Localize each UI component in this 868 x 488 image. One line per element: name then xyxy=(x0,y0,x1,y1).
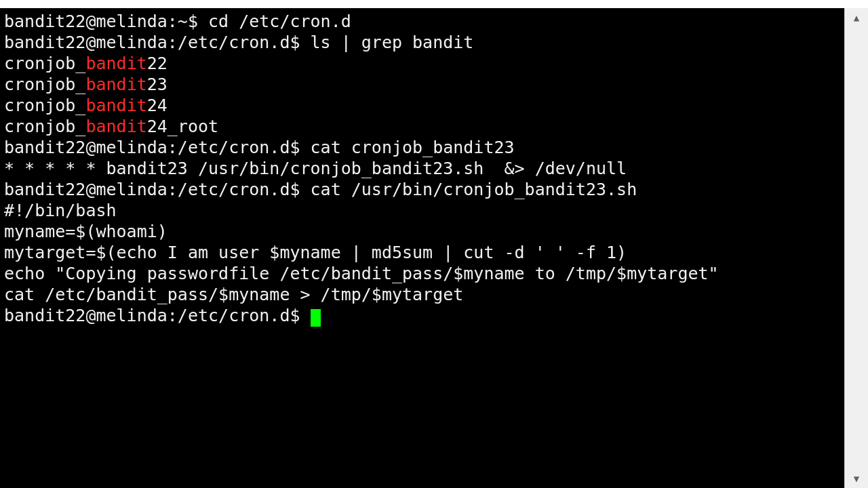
ls-suffix: 22 xyxy=(147,54,167,73)
command-cd: cd /etc/cron.d xyxy=(208,12,351,31)
scroll-up-arrow-icon[interactable]: ▲ xyxy=(845,8,868,27)
ls-prefix: cronjob_ xyxy=(4,96,85,115)
grep-match: bandit xyxy=(85,96,146,115)
ls-result-row: cronjob_bandit22 xyxy=(4,53,842,74)
ls-result-row: cronjob_bandit23 xyxy=(4,74,842,95)
ls-result-row: cronjob_bandit24_root xyxy=(4,116,842,137)
prompt-crond: bandit22@melinda:/etc/cron.d$ xyxy=(4,180,311,199)
prompt-home: bandit22@melinda:~$ xyxy=(4,12,208,31)
ls-prefix: cronjob_ xyxy=(4,117,85,136)
command-cat-script: cat /usr/bin/cronjob_bandit23.sh xyxy=(311,180,637,199)
command-ls-grep: ls | grep bandit xyxy=(311,33,474,52)
script-mytarget: mytarget=$(echo I am user $myname | md5s… xyxy=(4,242,842,263)
script-echo: echo "Copying passwordfile /etc/bandit_p… xyxy=(4,263,842,284)
terminal-output[interactable]: bandit22@melinda:~$ cd /etc/cron.dbandit… xyxy=(0,8,844,488)
terminal-wrap: bandit22@melinda:~$ cd /etc/cron.dbandit… xyxy=(0,8,868,488)
script-cat: cat /etc/bandit_pass/$myname > /tmp/$myt… xyxy=(4,284,842,305)
prompt-crond: bandit22@melinda:/etc/cron.d$ xyxy=(4,306,311,325)
ls-suffix: 24_root xyxy=(147,117,218,136)
prompt-line: bandit22@melinda:/etc/cron.d$ cat /usr/b… xyxy=(4,179,842,200)
prompt-line: bandit22@melinda:~$ cd /etc/cron.d xyxy=(4,11,842,32)
prompt-line: bandit22@melinda:/etc/cron.d$ cat cronjo… xyxy=(4,137,842,158)
prompt-line-active: bandit22@melinda:/etc/cron.d$ xyxy=(4,305,842,326)
command-cat-cron: cat cronjob_bandit23 xyxy=(311,138,515,157)
script-myname: myname=$(whoami) xyxy=(4,221,842,242)
cursor-block xyxy=(311,309,321,327)
script-shebang: #!/bin/bash xyxy=(4,200,842,221)
ls-prefix: cronjob_ xyxy=(4,54,85,73)
prompt-crond: bandit22@melinda:/etc/cron.d$ xyxy=(4,33,311,52)
terminal-window: bandit22@melinda:~$ cd /etc/cron.dbandit… xyxy=(0,0,868,488)
ls-suffix: 23 xyxy=(147,75,167,94)
ls-prefix: cronjob_ xyxy=(4,75,85,94)
grep-match: bandit xyxy=(85,75,146,94)
prompt-line: bandit22@melinda:/etc/cron.d$ ls | grep … xyxy=(4,32,842,53)
ls-suffix: 24 xyxy=(147,96,167,115)
prompt-crond: bandit22@melinda:/etc/cron.d$ xyxy=(4,138,311,157)
scroll-down-arrow-icon[interactable]: ▼ xyxy=(845,469,868,488)
cron-entry: * * * * * bandit23 /usr/bin/cronjob_band… xyxy=(4,158,842,179)
grep-match: bandit xyxy=(85,117,146,136)
ls-result-row: cronjob_bandit24 xyxy=(4,95,842,116)
scrollbar-vertical[interactable]: ▲ ▼ xyxy=(844,8,868,488)
grep-match: bandit xyxy=(85,54,146,73)
